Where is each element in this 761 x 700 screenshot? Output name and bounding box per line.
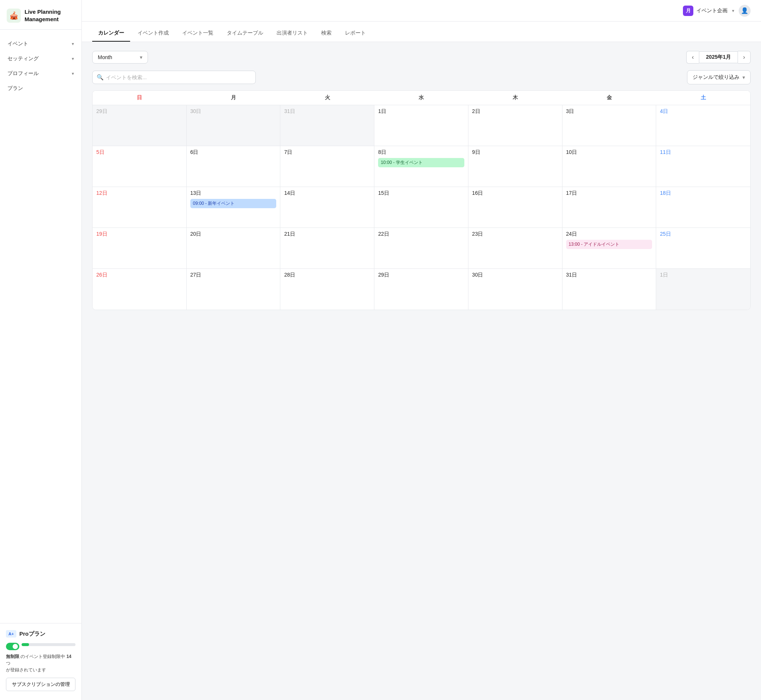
cal-cell[interactable]: 1日 — [374, 105, 469, 146]
user-badge: 月 — [683, 6, 693, 16]
cal-cell[interactable]: 7日 — [280, 146, 374, 187]
tab-report[interactable]: レポート — [339, 27, 372, 42]
cal-cell[interactable]: 12日 — [92, 187, 187, 228]
cell-day-label: 6日 — [190, 149, 277, 156]
tab-calendar[interactable]: カレンダー — [92, 27, 130, 42]
pro-plan-title: A+ Proプラン — [6, 630, 75, 638]
manage-subscription-button[interactable]: サブスクリプションの管理 — [6, 678, 75, 691]
sidebar-item-plan[interactable]: プラン — [0, 81, 81, 96]
cal-cell[interactable]: 29日 — [374, 269, 469, 310]
chevron-icon: ▾ — [72, 56, 74, 61]
cal-cell[interactable]: 6日 — [187, 146, 281, 187]
tab-timetable[interactable]: タイムテーブル — [221, 27, 269, 42]
day-of-week-日: 日 — [92, 91, 187, 105]
next-month-button[interactable]: › — [738, 51, 751, 64]
cal-cell[interactable]: 1日 — [656, 269, 750, 310]
user-name: イベント企画 — [696, 8, 728, 14]
month-nav: ‹ 2025年1月 › — [686, 51, 751, 64]
tab-performers[interactable]: 出演者リスト — [270, 27, 314, 42]
toggle-thumb — [13, 644, 18, 649]
cal-cell[interactable]: 31日 — [280, 105, 374, 146]
cal-cell[interactable]: 30日 — [187, 105, 281, 146]
day-of-week-月: 月 — [187, 91, 281, 105]
day-of-week-土: 土 — [656, 91, 750, 105]
cal-cell[interactable]: 5日 — [92, 146, 187, 187]
cell-day-label: 1日 — [660, 272, 747, 278]
cal-cell[interactable]: 3日 — [563, 105, 656, 146]
cell-day-label: 13日 — [190, 190, 277, 197]
event-chip[interactable]: 10:00 - 学生イベント — [378, 158, 464, 167]
cal-cell[interactable]: 23日 — [469, 228, 563, 269]
toggle-track[interactable] — [6, 643, 19, 650]
cal-cell[interactable]: 10日 — [563, 146, 656, 187]
cal-cell[interactable]: 26日 — [92, 269, 187, 310]
plan-usage-text: 無制限 のイベント登録制限中 14 つが登録されています — [6, 653, 75, 673]
search-input[interactable] — [92, 70, 256, 84]
view-select-label: Month — [98, 54, 112, 60]
day-of-week-火: 火 — [280, 91, 374, 105]
cal-cell[interactable]: 8日10:00 - 学生イベント — [374, 146, 469, 187]
sidebar-item-profile[interactable]: プロフィール▾ — [0, 66, 81, 81]
cal-cell[interactable]: 20日 — [187, 228, 281, 269]
pro-plan-label: Proプラン — [19, 630, 45, 638]
header-user[interactable]: 月 イベント企画 ▾ 👤 — [683, 5, 751, 17]
cell-day-label: 3日 — [566, 108, 652, 115]
cell-day-label: 14日 — [284, 190, 370, 197]
cal-cell[interactable]: 31日 — [563, 269, 656, 310]
cell-day-label: 22日 — [378, 231, 464, 238]
cal-cell[interactable]: 15日 — [374, 187, 469, 228]
cal-cell[interactable]: 28日 — [280, 269, 374, 310]
cal-cell[interactable]: 27日 — [187, 269, 281, 310]
sidebar-item-settings[interactable]: セッティング▾ — [0, 51, 81, 66]
cal-cell[interactable]: 21日 — [280, 228, 374, 269]
cal-cell[interactable]: 14日 — [280, 187, 374, 228]
current-month-label: 2025年1月 — [699, 51, 738, 63]
cal-cell[interactable]: 13日09:00 - 新年イベント — [187, 187, 281, 228]
cell-day-label: 21日 — [284, 231, 370, 238]
cell-day-label: 18日 — [660, 190, 747, 197]
view-select[interactable]: Month ▾ — [92, 51, 148, 64]
cal-cell[interactable]: 25日 — [656, 228, 750, 269]
cell-day-label: 30日 — [190, 108, 277, 115]
cell-day-label: 2日 — [472, 108, 558, 115]
tab-list[interactable]: イベント一覧 — [176, 27, 219, 42]
cal-cell[interactable]: 11日 — [656, 146, 750, 187]
cell-day-label: 29日 — [378, 272, 464, 278]
cell-day-label: 30日 — [472, 272, 558, 278]
cal-cell[interactable]: 16日 — [469, 187, 563, 228]
cal-cell[interactable]: 30日 — [469, 269, 563, 310]
cal-cell[interactable]: 22日 — [374, 228, 469, 269]
cal-cell[interactable]: 17日 — [563, 187, 656, 228]
genre-filter-chevron-icon: ▾ — [742, 74, 745, 80]
sidebar-nav: イベント▾セッティング▾プロフィール▾プラン — [0, 30, 81, 623]
logo-area: 🎪 Live Planning Management — [0, 0, 81, 30]
calendar-grid: 29日30日31日1日2日3日4日5日6日7日8日10:00 - 学生イベント9… — [92, 105, 750, 310]
cal-cell[interactable]: 19日 — [92, 228, 187, 269]
day-of-week-水: 水 — [374, 91, 469, 105]
logo-icon: 🎪 — [7, 9, 21, 23]
controls-row: Month ▾ ‹ 2025年1月 › — [92, 51, 751, 64]
cal-cell[interactable]: 4日 — [656, 105, 750, 146]
prev-month-button[interactable]: ‹ — [686, 51, 699, 64]
user-avatar[interactable]: 👤 — [739, 5, 751, 17]
cell-day-label: 23日 — [472, 231, 558, 238]
cell-day-label: 31日 — [566, 272, 652, 278]
day-of-week-木: 木 — [469, 91, 563, 105]
cal-cell[interactable]: 29日 — [92, 105, 187, 146]
tab-create[interactable]: イベント作成 — [131, 27, 175, 42]
cal-cell[interactable]: 24日13:00 - アイドルイベント — [563, 228, 656, 269]
cal-cell[interactable]: 18日 — [656, 187, 750, 228]
cell-day-label: 20日 — [190, 231, 277, 238]
genre-filter-button[interactable]: ジャンルで絞り込み ▾ — [687, 70, 751, 84]
cal-cell[interactable]: 2日 — [469, 105, 563, 146]
pro-icon: A+ — [6, 630, 16, 638]
progress-bar-track — [22, 643, 75, 646]
cell-day-label: 25日 — [660, 231, 747, 238]
cal-cell[interactable]: 9日 — [469, 146, 563, 187]
search-input-wrap: 🔍 — [92, 70, 256, 84]
cell-day-label: 7日 — [284, 149, 370, 156]
event-chip[interactable]: 09:00 - 新年イベント — [190, 199, 277, 208]
event-chip[interactable]: 13:00 - アイドルイベント — [566, 240, 652, 249]
tab-search[interactable]: 検索 — [315, 27, 338, 42]
sidebar-item-events[interactable]: イベント▾ — [0, 36, 81, 51]
